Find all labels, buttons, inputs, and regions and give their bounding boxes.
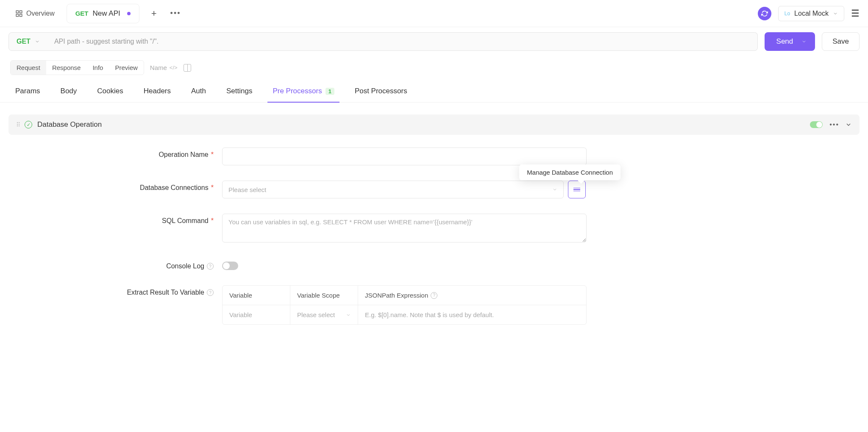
panel-header: ⠿ ✓ Database Operation ••• — [8, 114, 860, 135]
send-label: Send — [776, 37, 793, 46]
db-connections-label: Database Connections — [140, 184, 209, 192]
panel-more-button[interactable]: ••• — [829, 121, 839, 128]
jsonpath-header: JSONPath Expression — [365, 292, 428, 299]
console-log-toggle[interactable] — [222, 262, 238, 270]
row-db-connections: Database Connections * Please select Man… — [19, 181, 849, 198]
operation-name-input[interactable] — [222, 148, 587, 165]
tab-response[interactable]: Response — [46, 61, 87, 75]
manage-db-tooltip: Manage Database Connection — [519, 164, 620, 180]
help-icon[interactable]: ? — [207, 289, 214, 296]
api-tab[interactable]: GET New API — [67, 4, 139, 23]
env-name: Local Mock — [794, 10, 829, 17]
col-variable: Variable — [223, 286, 290, 305]
tab-params[interactable]: Params — [14, 87, 42, 102]
chevron-down-icon[interactable] — [845, 121, 852, 128]
tab-cookies[interactable]: Cookies — [95, 87, 125, 102]
view-segment: Request Response Info Preview — [10, 60, 144, 75]
svg-rect-1 — [20, 11, 22, 13]
split-view-button[interactable] — [184, 64, 191, 72]
console-log-label: Console Log — [166, 262, 204, 270]
chevron-down-icon — [346, 312, 351, 318]
row-operation-name: Operation Name * — [19, 148, 849, 165]
tab-settings[interactable]: Settings — [225, 87, 254, 102]
chevron-down-icon — [552, 187, 557, 192]
processor-panel: ⠿ ✓ Database Operation ••• Operation Nam… — [8, 114, 860, 348]
row-extract-result: Extract Result To Variable ? Variable Va… — [19, 285, 849, 325]
overview-tab[interactable]: Overview — [8, 10, 61, 17]
tab-method: GET — [75, 10, 89, 17]
panel-body: Operation Name * Database Connections * … — [8, 135, 860, 348]
panel-enable-toggle[interactable] — [810, 121, 823, 128]
tab-pre-processors[interactable]: Pre Processors 1 — [271, 87, 336, 102]
scope-placeholder: Please select — [297, 311, 335, 318]
col-scope: Variable Scope — [290, 286, 358, 305]
url-input[interactable] — [47, 32, 758, 51]
request-sub-tabs: Params Body Cookies Headers Auth Setting… — [0, 79, 868, 103]
required-icon: * — [211, 217, 214, 225]
required-icon: * — [211, 151, 214, 159]
extract-result-label: Extract Result To Variable — [127, 289, 204, 296]
new-tab-button[interactable]: + — [151, 8, 157, 19]
db-select-placeholder: Please select — [228, 186, 266, 193]
save-label: Save — [832, 37, 849, 46]
tab-post-processors[interactable]: Post Processors — [353, 87, 409, 102]
required-icon: * — [211, 184, 214, 192]
chevron-down-icon — [35, 39, 40, 44]
refresh-icon — [761, 10, 768, 17]
sync-button[interactable] — [758, 7, 771, 20]
pre-count-badge: 1 — [326, 88, 334, 95]
help-icon[interactable]: ? — [207, 263, 214, 270]
unsaved-dot-icon — [127, 12, 131, 15]
menu-button[interactable]: ☰ — [851, 8, 860, 19]
method-select[interactable]: GET — [8, 32, 48, 51]
view-tabs: Request Response Info Preview Name </> — [0, 56, 868, 75]
drag-handle-icon[interactable]: ⠿ — [16, 121, 20, 128]
scope-select[interactable]: Please select — [290, 305, 358, 324]
tab-info[interactable]: Info — [86, 61, 109, 75]
table-header: Variable Variable Scope JSONPath Express… — [223, 286, 586, 305]
col-jsonpath: JSONPath Expression ? — [358, 286, 586, 305]
svg-rect-2 — [16, 14, 18, 16]
tab-auth[interactable]: Auth — [189, 87, 208, 102]
variable-input[interactable]: Variable — [223, 305, 290, 324]
table-row: Variable Please select E.g. $[0].name. N… — [223, 305, 586, 324]
svg-rect-3 — [20, 14, 22, 16]
sql-command-label: SQL Command — [162, 217, 209, 225]
tab-body[interactable]: Body — [59, 87, 79, 102]
extract-table: Variable Variable Scope JSONPath Express… — [222, 285, 587, 325]
row-sql-command: SQL Command * — [19, 214, 849, 244]
save-button[interactable]: Save — [822, 32, 860, 51]
env-prefix: Lo — [785, 11, 790, 17]
chevron-down-icon — [801, 39, 807, 44]
check-circle-icon: ✓ — [25, 121, 32, 128]
tab-preview[interactable]: Preview — [109, 61, 143, 75]
tab-request[interactable]: Request — [11, 61, 46, 75]
method-label: GET — [17, 38, 31, 45]
pre-label: Pre Processors — [273, 87, 322, 95]
tab-headers[interactable]: Headers — [142, 87, 172, 102]
name-label: Name — [150, 64, 167, 71]
overview-label: Overview — [26, 10, 55, 17]
row-console-log: Console Log ? — [19, 259, 849, 270]
sql-command-input[interactable] — [222, 214, 587, 242]
grid-icon — [15, 10, 23, 17]
manage-db-button[interactable] — [568, 181, 586, 198]
svg-rect-0 — [16, 11, 18, 13]
jsonpath-input[interactable]: E.g. $[0].name. Note that $ is used by d… — [358, 305, 586, 324]
tab-more-button[interactable]: ••• — [170, 9, 181, 18]
chevron-down-icon — [833, 11, 838, 16]
environment-select[interactable]: Lo Local Mock — [778, 6, 844, 21]
panel-title: Database Operation — [37, 120, 810, 129]
operation-name-label: Operation Name — [159, 151, 208, 159]
send-button[interactable]: Send — [765, 32, 815, 51]
tab-title: New API — [93, 9, 120, 18]
help-icon[interactable]: ? — [431, 292, 437, 299]
code-icon: </> — [170, 64, 178, 71]
top-bar: Overview GET New API + ••• Lo Local Mock… — [0, 0, 868, 27]
db-connection-select[interactable]: Please select — [222, 181, 564, 198]
url-row: GET Send Save — [0, 27, 868, 56]
